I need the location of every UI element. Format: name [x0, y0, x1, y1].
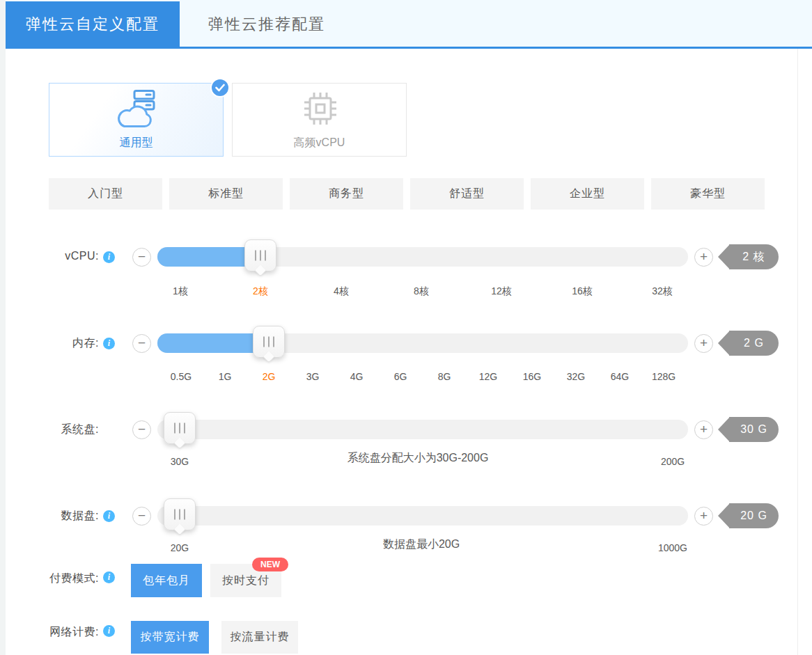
preset-enterprise[interactable]: 企业型 [531, 178, 644, 210]
memory-tick-1[interactable]: 1G [219, 371, 232, 382]
cloud-server-icon [115, 90, 155, 127]
cpu-chip-icon [304, 92, 337, 125]
card-high-freq-vcpu[interactable]: 高频vCPU [232, 83, 407, 157]
memory-info-icon[interactable]: i [103, 338, 115, 349]
network-option-bandwidth[interactable]: 按带宽计费 [131, 621, 209, 654]
system-disk-hint: 系统盘分配大小为30G-200G [348, 451, 489, 466]
system-disk-minus-button[interactable]: − [132, 420, 151, 439]
panel-right-border [797, 49, 798, 655]
data-disk-hint: 数据盘最小20G [383, 537, 460, 552]
vcpu-label: vCPU: [0, 250, 99, 262]
card-general-type-label: 通用型 [49, 136, 223, 150]
vcpu-info-icon[interactable]: i [103, 251, 115, 263]
new-badge: NEW [252, 558, 288, 571]
vcpu-plus-button[interactable]: + [694, 248, 713, 267]
vcpu-minus-button[interactable]: − [132, 248, 151, 267]
data-disk-slider-track[interactable] [157, 506, 688, 526]
data-disk-minus-button[interactable]: − [132, 507, 151, 526]
memory-tick-12[interactable]: 12G [479, 371, 497, 382]
system-disk-slider-track[interactable] [157, 420, 688, 439]
network-billing-info-icon[interactable]: i [103, 625, 115, 637]
memory-minus-button[interactable]: − [132, 334, 151, 353]
memory-tick-8[interactable]: 8G [438, 371, 451, 382]
payment-mode-info-icon[interactable]: i [103, 571, 115, 583]
system-disk-max-label: 200G [661, 456, 685, 467]
system-disk-min-label: 30G [171, 456, 189, 467]
memory-tick-3[interactable]: 3G [306, 371, 320, 382]
card-high-freq-vcpu-label: 高频vCPU [233, 136, 406, 150]
preset-deluxe[interactable]: 豪华型 [651, 178, 765, 210]
card-general-type[interactable]: 通用型 [49, 83, 224, 157]
memory-tick-16[interactable]: 16G [523, 371, 541, 382]
page-left-margin [0, 0, 6, 655]
elastic-cloud-config-panel: 弹性云自定义配置 弹性云推荐配置 通用型 [0, 0, 812, 655]
memory-tick-4[interactable]: 4G [350, 371, 364, 382]
vcpu-tick-4[interactable]: 4核 [334, 285, 349, 298]
memory-label: 内存: [0, 336, 99, 351]
data-disk-slider-handle[interactable] [164, 498, 196, 530]
memory-tick-6[interactable]: 6G [394, 371, 407, 382]
network-billing-label: 网络计费: [0, 625, 99, 640]
data-disk-label: 数据盘: [0, 509, 99, 523]
data-disk-min-label: 20G [171, 542, 189, 553]
memory-tick-64[interactable]: 64G [611, 371, 629, 382]
payment-option-prepaid[interactable]: 包年包月 [131, 564, 202, 597]
preset-standard[interactable]: 标准型 [169, 178, 283, 210]
vcpu-tick-32[interactable]: 32核 [652, 285, 673, 298]
memory-slider-handle[interactable] [253, 326, 285, 358]
payment-mode-label: 付费模式: [0, 571, 99, 586]
preset-business[interactable]: 商务型 [290, 178, 403, 210]
memory-tick-2[interactable]: 2G [263, 371, 276, 382]
vcpu-tick-16[interactable]: 16核 [572, 285, 593, 298]
memory-tick-05[interactable]: 0.5G [171, 371, 192, 382]
tab-custom-config[interactable]: 弹性云自定义配置 [6, 1, 180, 47]
selected-check-icon [210, 78, 230, 97]
tab-recommended-config[interactable]: 弹性云推荐配置 [180, 1, 354, 47]
memory-tick-32[interactable]: 32G [567, 371, 585, 382]
vcpu-tick-12[interactable]: 12核 [491, 285, 512, 298]
vcpu-tick-1[interactable]: 1核 [173, 285, 188, 298]
system-disk-plus-button[interactable]: + [694, 420, 713, 439]
system-disk-slider-handle[interactable] [164, 412, 196, 444]
memory-plus-button[interactable]: + [694, 334, 713, 353]
vcpu-tick-8[interactable]: 8核 [414, 285, 429, 298]
preset-entry[interactable]: 入门型 [49, 178, 162, 210]
memory-tick-128[interactable]: 128G [652, 371, 676, 382]
vcpu-slider-handle[interactable] [244, 239, 276, 271]
vcpu-tick-2[interactable]: 2核 [253, 285, 268, 298]
data-disk-max-label: 1000G [658, 542, 687, 553]
data-disk-info-icon[interactable]: i [103, 510, 115, 522]
preset-comfort[interactable]: 舒适型 [410, 178, 524, 210]
tab-underline [6, 47, 812, 49]
network-option-traffic[interactable]: 按流量计费 [221, 621, 298, 654]
data-disk-plus-button[interactable]: + [694, 507, 713, 526]
system-disk-label: 系统盘: [0, 423, 99, 437]
memory-slider-fill [157, 333, 269, 353]
